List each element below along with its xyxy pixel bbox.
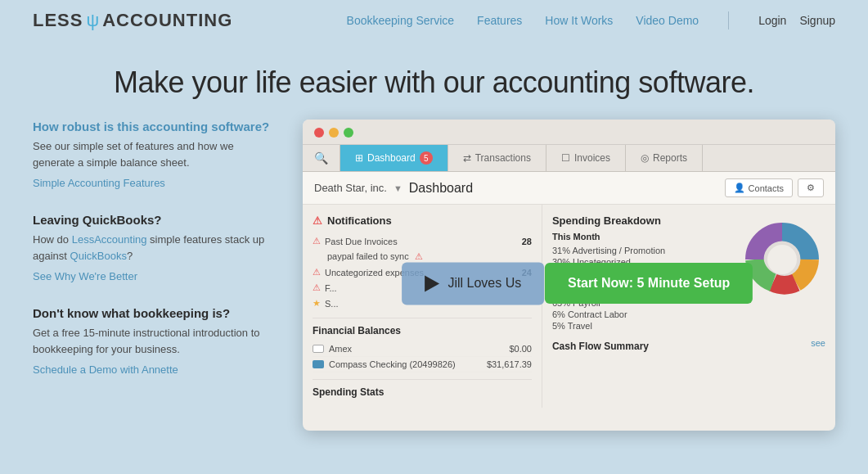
credit-card-icon: [313, 345, 324, 353]
fin-compass-amount: $31,617.39: [487, 359, 532, 369]
reports-icon: ◎: [641, 152, 649, 164]
right-panel: Spending Breakdown This Month 31% Advert…: [542, 205, 835, 408]
cash-flow-label: Cash Flow Summary: [552, 341, 649, 352]
logo-icon: ψ: [86, 10, 99, 31]
invoices-icon: ☐: [561, 152, 570, 164]
toolbar-left: Death Star, inc. ▼ Dashboard: [314, 181, 473, 196]
feature-bookkeeping-desc: Get a free 15-minute instructional intro…: [33, 325, 278, 357]
signup-link[interactable]: Signup: [799, 14, 835, 27]
minimize-dot[interactable]: [329, 128, 339, 138]
nav-divider: [728, 11, 729, 29]
page-title: Dashboard: [409, 181, 473, 196]
feature-robust-title: How robust is this accounting software?: [33, 120, 278, 133]
nav-features[interactable]: Features: [477, 14, 522, 27]
transactions-icon: ⇄: [463, 152, 471, 164]
left-panel: ⚠ Notifications ⚠ Past Due Invoices 28 p…: [303, 205, 542, 408]
fin-amex-amount: $0.00: [509, 344, 532, 354]
window-toolbar: Death Star, inc. ▼ Dashboard 👤 Contacts …: [303, 172, 835, 205]
feature-robust: How robust is this accounting software? …: [33, 120, 278, 190]
start-label: Start Now: 5 Minute Setup: [568, 276, 730, 290]
navigation: LESS ψ ACCOUNTING Bookkeeping Service Fe…: [0, 0, 868, 41]
notif-invoices-label: Past Due Invoices: [325, 237, 398, 246]
logo-accounting: ACCOUNTING: [102, 10, 232, 31]
window-body: ⚠ Notifications ⚠ Past Due Invoices 28 p…: [303, 205, 835, 408]
this-year-row-1: 6% Contract Labor: [552, 309, 825, 320]
notif-paypal-label: paypal failed to sync: [327, 251, 409, 261]
login-link[interactable]: Login: [758, 14, 786, 27]
notifications-header: ⚠ Notifications: [313, 214, 532, 227]
separator-2: [313, 379, 532, 380]
company-name[interactable]: Death Star, inc.: [314, 182, 387, 194]
donut-chart: [745, 223, 819, 296]
spending-stats-label: Spending Stats: [313, 386, 532, 398]
warning-icon: ⚠: [313, 214, 322, 227]
close-dot[interactable]: [314, 128, 324, 138]
start-now-button[interactable]: Start Now: 5 Minute Setup: [545, 263, 753, 304]
fin-row-compass: Compass Checking (20499826) $31,617.39: [313, 357, 532, 372]
hero-section: Make your life easier with our accountin…: [0, 41, 868, 120]
hero-title: Make your life easier with our accountin…: [0, 65, 868, 100]
chevron-down-icon: ▼: [394, 183, 403, 193]
toolbar-right: 👤 Contacts ⚙: [725, 178, 824, 197]
fin-compass-label: Compass Checking (20499826): [329, 359, 456, 369]
feature-robust-desc: See our simple set of features and how w…: [33, 138, 278, 170]
dashboard-badge: 5: [420, 151, 433, 165]
feature-quickbooks: Leaving QuickBooks? How do LessAccountin…: [33, 213, 278, 283]
notif-5-label: S...: [325, 299, 339, 309]
feature-robust-link[interactable]: Simple Accounting Features: [33, 177, 165, 189]
settings-button[interactable]: ⚙: [798, 178, 824, 197]
feature-bookkeeping-title: Don't know what bookkeeping is?: [33, 306, 278, 320]
maximize-dot[interactable]: [344, 128, 353, 138]
contacts-icon: 👤: [734, 183, 745, 193]
play-label: Jill Loves Us: [447, 276, 521, 291]
tab-reports[interactable]: ◎ Reports: [626, 145, 703, 171]
notifications-title: Notifications: [327, 214, 392, 227]
window-tabs: 🔍 ⊞ Dashboard 5 ⇄ Transactions ☐ Invoice…: [303, 145, 835, 172]
play-jill-button[interactable]: Jill Loves Us: [402, 262, 544, 305]
financial-section: Financial Balances Amex $0.00 Compass Ch…: [313, 325, 532, 372]
this-year-row-2: 5% Travel: [552, 320, 825, 332]
tab-invoices-label: Invoices: [574, 152, 610, 164]
feature-quickbooks-link[interactable]: See Why We're Better: [33, 270, 137, 282]
separator-1: [313, 318, 532, 318]
tab-reports-label: Reports: [653, 152, 687, 164]
notif-4-label: F...: [325, 283, 337, 293]
main-content: How robust is this accounting software? …: [0, 120, 868, 431]
left-column: How robust is this accounting software? …: [33, 120, 278, 400]
notif-5-icon: ★: [313, 298, 321, 309]
tab-transactions-label: Transactions: [475, 152, 531, 164]
notif-warn-icon: ⚠: [313, 236, 321, 246]
feature-quickbooks-desc: How do LessAccounting simple features st…: [33, 232, 278, 264]
app-window: 🔍 ⊞ Dashboard 5 ⇄ Transactions ☐ Invoice…: [303, 120, 835, 431]
tab-invoices[interactable]: ☐ Invoices: [546, 145, 626, 171]
fin-row-amex: Amex $0.00: [313, 341, 532, 357]
bank-icon: [313, 360, 324, 368]
logo-less: LESS: [33, 10, 83, 31]
search-button[interactable]: 🔍: [303, 145, 340, 171]
cash-flow-section: Cash Flow Summary see: [552, 338, 825, 353]
feature-bookkeeping: Don't know what bookkeeping is? Get a fr…: [33, 306, 278, 377]
see-link[interactable]: see: [811, 338, 825, 348]
nav-links: Bookkeeping Service Features How It Work…: [347, 11, 835, 29]
notif-expenses-icon: ⚠: [313, 267, 321, 278]
nav-bookkeeping[interactable]: Bookkeeping Service: [347, 14, 455, 27]
notif-4-icon: ⚠: [313, 282, 321, 293]
tab-transactions[interactable]: ⇄ Transactions: [448, 145, 546, 171]
tab-dashboard-label: Dashboard: [367, 152, 416, 164]
logo: LESS ψ ACCOUNTING: [33, 10, 232, 31]
notif-invoices-count: 28: [522, 237, 532, 246]
tab-dashboard[interactable]: ⊞ Dashboard 5: [340, 145, 448, 171]
window-chrome: [303, 120, 835, 145]
svg-point-1: [767, 245, 797, 274]
notif-paypal-icon: ⚠: [415, 251, 423, 261]
contacts-button[interactable]: 👤 Contacts: [725, 178, 793, 197]
notif-row-invoices: ⚠ Past Due Invoices 28: [313, 233, 532, 249]
settings-icon: ⚙: [807, 183, 815, 193]
play-icon: [425, 275, 439, 291]
financial-header: Financial Balances: [313, 325, 532, 336]
nav-video-demo[interactable]: Video Demo: [636, 14, 699, 27]
fin-amex-label: Amex: [329, 344, 352, 354]
feature-bookkeeping-link[interactable]: Schedule a Demo with Annette: [33, 363, 178, 376]
contacts-label: Contacts: [749, 183, 784, 193]
nav-how-it-works[interactable]: How It Works: [545, 14, 613, 27]
